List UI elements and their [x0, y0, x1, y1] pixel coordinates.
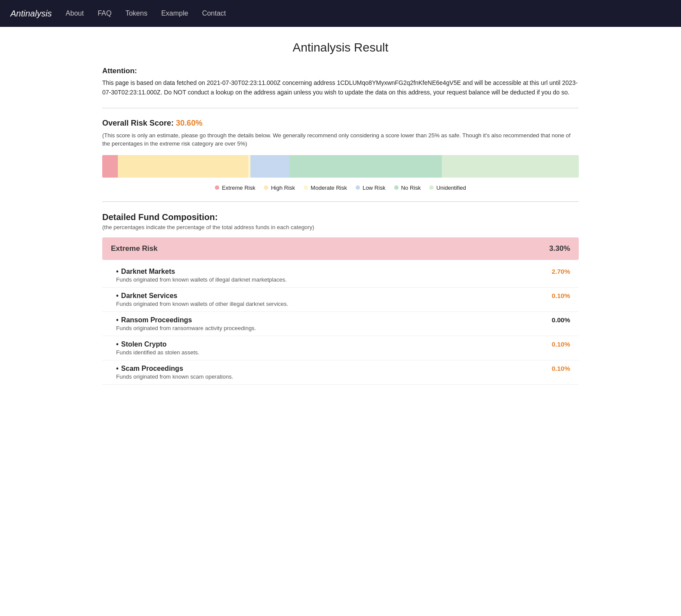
legend-dot — [264, 185, 268, 190]
main-content: Antinalysis Result Attention: This page … — [94, 27, 587, 399]
sub-item: •Stolen CryptoFunds identified as stolen… — [102, 336, 579, 360]
nav-link-about[interactable]: About — [66, 10, 84, 17]
sub-item-name: •Darknet Services — [116, 292, 288, 300]
page-title: Antinalysis Result — [102, 41, 579, 55]
attention-title: Attention: — [102, 67, 579, 75]
sub-item-name: •Ransom Proceedings — [116, 316, 256, 324]
site-logo[interactable]: Antinalysis — [10, 9, 52, 19]
legend-label: Unidentified — [436, 185, 466, 191]
nav-link-contact[interactable]: Contact — [202, 10, 226, 17]
bar-segment-low-risk — [250, 155, 289, 178]
legend-dot — [356, 185, 360, 190]
detailed-title: Detailed Fund Composition: — [102, 212, 579, 222]
risk-score-note: (This score is only an estimate, please … — [102, 131, 579, 148]
legend-item-low-risk: Low Risk — [356, 185, 386, 191]
risk-legend: Extreme RiskHigh RiskModerate RiskLow Ri… — [102, 185, 579, 191]
sub-item-row: •Darknet MarketsFunds originated from kn… — [116, 268, 570, 283]
legend-dot — [394, 185, 399, 190]
bar-segment-extreme-risk — [102, 155, 118, 178]
sub-item-desc: Funds originated from known wallets of i… — [116, 276, 287, 283]
legend-item-no-risk: No Risk — [394, 185, 421, 191]
sub-item-pct: 0.10% — [551, 365, 570, 372]
sub-item: •Darknet ServicesFunds originated from k… — [102, 288, 579, 312]
legend-item-extreme-risk: Extreme Risk — [215, 185, 255, 191]
nav-link-example[interactable]: Example — [161, 10, 188, 17]
risk-score-label: Overall Risk Score: 30.60% — [102, 119, 579, 128]
categories-container: Extreme Risk3.30%•Darknet MarketsFunds o… — [102, 237, 579, 385]
category-header-extreme-risk: Extreme Risk3.30% — [102, 237, 579, 260]
sub-item-desc: Funds originated from ransomware activit… — [116, 325, 256, 331]
divider-1 — [102, 108, 579, 108]
nav-link-tokens[interactable]: Tokens — [125, 10, 147, 17]
sub-item-desc: Funds originated from known scam operati… — [116, 373, 233, 380]
legend-label: Extreme Risk — [222, 185, 255, 191]
sub-item-left: •Darknet MarketsFunds originated from kn… — [116, 268, 287, 283]
attention-text: This page is based on data fetched on 20… — [102, 78, 579, 97]
sub-item-pct: 0.10% — [551, 340, 570, 348]
legend-dot — [215, 185, 219, 190]
legend-label: Low Risk — [363, 185, 386, 191]
detailed-subtitle: (the percentages indicate the percentage… — [102, 224, 579, 230]
legend-dot — [429, 185, 434, 190]
bar-segment-unidentified — [442, 155, 579, 178]
sub-item-name: •Darknet Markets — [116, 268, 287, 276]
legend-label: Moderate Risk — [311, 185, 347, 191]
sub-item-left: •Ransom ProceedingsFunds originated from… — [116, 316, 256, 331]
sub-item-row: •Scam ProceedingsFunds originated from k… — [116, 365, 570, 380]
legend-label: High Risk — [271, 185, 295, 191]
legend-item-moderate-risk: Moderate Risk — [304, 185, 347, 191]
sub-item-left: •Scam ProceedingsFunds originated from k… — [116, 365, 233, 380]
bar-segment-no-risk — [289, 155, 442, 178]
sub-item-name: •Scam Proceedings — [116, 365, 233, 373]
divider-2 — [102, 201, 579, 202]
sub-item-row: •Darknet ServicesFunds originated from k… — [116, 292, 570, 307]
sub-item-row: •Ransom ProceedingsFunds originated from… — [116, 316, 570, 331]
sub-item-desc: Funds originated from known wallets of o… — [116, 301, 288, 307]
nav-links: AboutFAQTokensExampleContact — [66, 10, 226, 17]
category-pct: 3.30% — [549, 244, 570, 253]
sub-item-name: •Stolen Crypto — [116, 340, 199, 348]
sub-item: •Scam ProceedingsFunds originated from k… — [102, 360, 579, 385]
legend-dot — [304, 185, 308, 190]
sub-item-left: •Stolen CryptoFunds identified as stolen… — [116, 340, 199, 356]
nav-link-faq[interactable]: FAQ — [97, 10, 111, 17]
risk-score-value: 30.60% — [176, 119, 202, 127]
bar-segment-high-risk — [118, 155, 248, 178]
sub-item-pct: 0.00% — [551, 316, 570, 324]
sub-item-left: •Darknet ServicesFunds originated from k… — [116, 292, 288, 307]
sub-item-desc: Funds identified as stolen assets. — [116, 349, 199, 356]
risk-bar — [102, 155, 579, 178]
legend-label: No Risk — [401, 185, 421, 191]
sub-item-pct: 0.10% — [551, 292, 570, 299]
navbar: Antinalysis AboutFAQTokensExampleContact — [0, 0, 681, 27]
legend-item-unidentified: Unidentified — [429, 185, 466, 191]
legend-item-high-risk: High Risk — [264, 185, 295, 191]
sub-item: •Ransom ProceedingsFunds originated from… — [102, 312, 579, 336]
sub-item-row: •Stolen CryptoFunds identified as stolen… — [116, 340, 570, 356]
sub-item: •Darknet MarketsFunds originated from kn… — [102, 263, 579, 288]
category-name: Extreme Risk — [111, 244, 158, 253]
attention-block: Attention: This page is based on data fe… — [102, 67, 579, 97]
sub-item-pct: 2.70% — [551, 268, 570, 275]
